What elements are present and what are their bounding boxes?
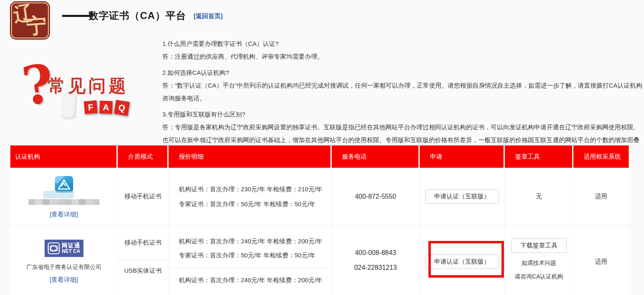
ca-platform-page: { "header": { "logo_char_1": "辽", "logo_… bbox=[0, 0, 644, 295]
faq-text-block: 1.什么用户需要办理数字证书（CA）认证? 答：注册通过的供应商、代理机构、评审… bbox=[162, 37, 643, 159]
logo-reflection bbox=[43, 191, 74, 198]
quote-cell: 机构证书：首次办理：240元/年 年检续费：200元/年 专家证书：首次办理：5… bbox=[169, 226, 332, 295]
table-header-row: 认证机构 介质模式 报价明细 服务电话 申请 签章工具 适用框采系统 bbox=[10, 145, 629, 168]
org-cell-row1: [查看详细] bbox=[10, 168, 118, 226]
netca-logo-cn: 网证通 bbox=[62, 243, 81, 249]
faq-illustration: ? 常见问题 F A Q bbox=[21, 61, 141, 127]
logo-character-ning: 宁 bbox=[25, 11, 48, 40]
quote-expert-line: 专家证书：首次办理：50元/年 年检续费：50元/年 bbox=[179, 197, 331, 212]
org-cell-row2: 网证通 NET CA 广东省电子商务认证有限公司 [查看详细] bbox=[10, 226, 118, 295]
service-phone-2: 024-22831213 bbox=[332, 260, 419, 275]
netca-logo-icon: 网证通 NET CA bbox=[45, 240, 83, 257]
table-row: 网证通 NET CA 广东省电子商务认证有限公司 [查看详细] 移动手机证书 U… bbox=[10, 226, 629, 295]
page-title: 数字证书（CA）平台 bbox=[88, 9, 186, 22]
logo-character-liao: 辽 bbox=[12, 0, 34, 28]
applicable-cell: 适用 bbox=[573, 226, 629, 295]
table-row: [查看详细] 移动手机证书 机构证书：首次办理：230元/年 年检续费：210元… bbox=[10, 168, 629, 226]
apply-certification-button[interactable]: 申请认证（互联版） bbox=[425, 255, 499, 269]
quote-org-line: 机构证书：首次办理：230元/年 年检续费：210元/年 bbox=[179, 182, 331, 197]
apply-cell: 申请认证（互联版） bbox=[420, 226, 505, 295]
faq-block-f: F bbox=[84, 100, 98, 114]
mountain-logo-icon bbox=[55, 176, 73, 193]
faq-answer-2: 答：“数字认证（CA）平台”中所列示的认证机构均已经完成对接调试，任何一家都可以… bbox=[162, 79, 643, 105]
faq-letter-blocks: F A Q bbox=[84, 101, 129, 115]
header-media-mode: 介质模式 bbox=[118, 145, 169, 168]
netca-logo-en: NET CA bbox=[62, 249, 81, 254]
faq-question-1: 1.什么用户需要办理数字证书（CA）认证? bbox=[162, 37, 643, 50]
org-name: 广东省电子商务认证有限公司 bbox=[26, 264, 102, 271]
faq-question-2: 2.如何选择CA认证机构? bbox=[162, 66, 643, 79]
quote-expert-line: 专家证书：首次办理：50元/年 年检续费：50元/年 bbox=[179, 248, 331, 262]
applicable-cell: 适用 bbox=[573, 168, 629, 226]
apply-certification-button[interactable]: 申请认证（互联版） bbox=[425, 189, 499, 204]
faq-answer-1: 答：注册通过的供应商、代理机构、评审专家均需要办理。 bbox=[162, 50, 643, 63]
service-phone-cell: 400-872-5550 bbox=[332, 168, 420, 226]
header-apply: 申请 bbox=[420, 145, 505, 168]
liaoning-logo[interactable]: 辽 宁 bbox=[10, 1, 50, 40]
media-mode-cell: 移动手机证书 bbox=[118, 168, 169, 226]
download-seal-tool-button[interactable]: 下载签章工具 bbox=[511, 238, 567, 253]
seal-tool-note: 如遇技术问题 bbox=[522, 259, 556, 267]
apply-cell: 申请认证（互联版） bbox=[420, 168, 505, 226]
faq-block-a: A bbox=[99, 100, 112, 114]
quote-org-line: 机构证书：首次办理：240元/年 年检续费：200元/年 bbox=[179, 273, 331, 287]
view-details-link[interactable]: [查看详细] bbox=[50, 211, 78, 219]
quote-cell: 机构证书：首次办理：230元/年 年检续费：210元/年 专家证书：首次办理：5… bbox=[169, 168, 332, 226]
view-details-link[interactable]: [查看详细] bbox=[50, 276, 78, 284]
faq-block-q: Q bbox=[114, 100, 130, 116]
back-to-home-link[interactable]: [返回首页] bbox=[194, 12, 223, 20]
header-service-phone: 服务电话 bbox=[332, 145, 420, 168]
header-quote-details: 报价明细 bbox=[169, 145, 332, 168]
seal-tool-cell: 无 bbox=[505, 168, 573, 226]
service-phone-cell: 400-008-8843 024-22831213 bbox=[332, 226, 420, 295]
faq-question-3: 3.专用版和互联版有什么区别? bbox=[162, 108, 643, 121]
seal-tool-cell: 下载签章工具 如遇技术问题 请咨询CA认证机构 bbox=[505, 226, 573, 295]
header-certification-authority: 认证机构 bbox=[10, 145, 118, 168]
header-seal-tool: 签章工具 bbox=[505, 145, 573, 168]
header-applicable-system: 适用框采系统 bbox=[573, 145, 629, 168]
service-phone-1: 400-008-8843 bbox=[332, 245, 419, 260]
media-mode-mobile: 移动手机证书 bbox=[118, 226, 168, 260]
seal-tool-note: 请咨询CA认证机构 bbox=[515, 273, 563, 281]
media-mode-cell: 移动手机证书 USB实体证书 bbox=[118, 226, 169, 295]
faq-graphic-title: 常见问题 bbox=[48, 74, 129, 98]
blurred-org-name bbox=[29, 199, 100, 205]
media-mode-usb: USB实体证书 bbox=[118, 260, 168, 275]
quote-org-line: 机构证书：首次办理：240元/年 年检续费：200元/年 bbox=[179, 234, 331, 248]
ca-providers-table: 认证机构 介质模式 报价明细 服务电话 申请 签章工具 适用框采系统 [查看详细… bbox=[10, 145, 629, 295]
